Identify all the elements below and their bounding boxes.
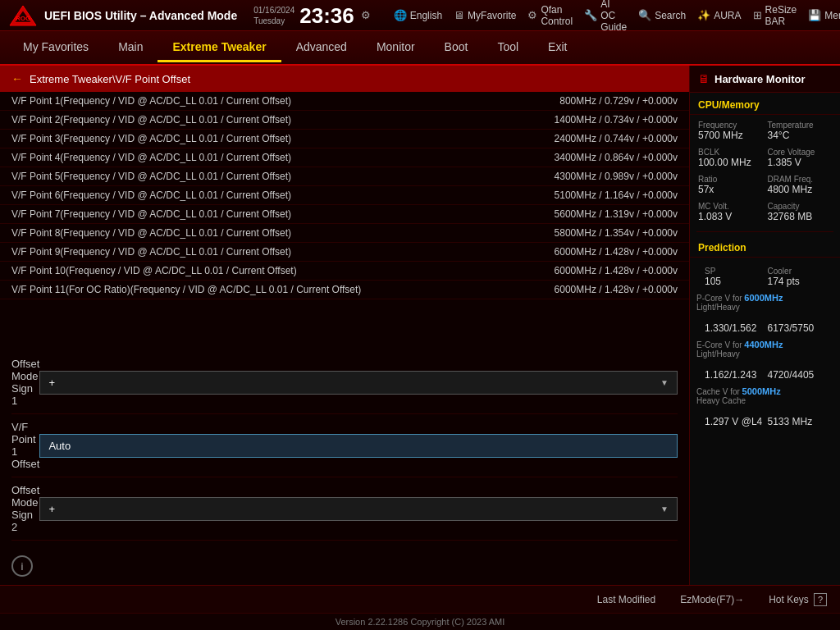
ezmode-item[interactable]: EzMode(F7)→ bbox=[680, 594, 744, 605]
nav-advanced[interactable]: Advanced bbox=[281, 34, 362, 62]
cache-voltage-cell: 1.297 V @L4 bbox=[703, 413, 765, 430]
vf-point-row[interactable]: V/F Point 4(Frequency / VID @ AC/DC_LL 0… bbox=[0, 148, 689, 167]
settings-icon[interactable]: ⚙ bbox=[361, 9, 371, 21]
dropdown-offset-mode-sign-2[interactable]: + ▼ bbox=[39, 497, 678, 521]
nav-tool[interactable]: Tool bbox=[482, 34, 533, 62]
ezmode-label: EzMode(F7)→ bbox=[680, 594, 744, 605]
vf-point-row[interactable]: V/F Point 6(Frequency / VID @ AC/DC_LL 0… bbox=[0, 186, 689, 205]
dropdown-value-offset-mode-sign-2: + bbox=[48, 503, 55, 515]
footer: Last Modified EzMode(F7)→ Hot Keys ? bbox=[0, 585, 840, 613]
hw-cell-value: 32768 MB bbox=[768, 211, 833, 222]
language-label: English bbox=[410, 10, 442, 21]
setting-row-vf-point-1-offset: V/F Point 1 Offset Auto bbox=[11, 414, 678, 477]
vf-point-value: 5600MHz / 1.319v / +0.000v bbox=[555, 208, 678, 220]
header: ROG UEFI BIOS Utility – Advanced Mode 01… bbox=[0, 0, 840, 31]
setting-row-offset-mode-sign-2: Offset Mode Sign 2 + ▼ bbox=[11, 477, 678, 541]
ecore-ratios-cell: 4720/4405 bbox=[766, 367, 828, 383]
hw-cell-label: Frequency bbox=[698, 121, 763, 130]
nav-monitor[interactable]: Monitor bbox=[362, 34, 430, 62]
hw-cell-value: 4800 MHz bbox=[768, 184, 833, 195]
vf-point-value: 5800MHz / 1.354v / +0.000v bbox=[555, 227, 678, 239]
aura-icon: ✨ bbox=[697, 9, 710, 21]
hw-monitor-title: Hardware Monitor bbox=[714, 73, 806, 85]
sp-cooler-grid: SP 105 Cooler 174 pts bbox=[696, 261, 833, 293]
bios-title: UEFI BIOS Utility – Advanced Mode bbox=[44, 9, 237, 22]
vf-point-value: 5100MHz / 1.164v / +0.000v bbox=[555, 189, 678, 201]
qfan-tool[interactable]: ⚙ Qfan Control bbox=[527, 4, 573, 27]
nav-main[interactable]: Main bbox=[103, 34, 158, 62]
vf-point-row[interactable]: V/F Point 9(Frequency / VID @ AC/DC_LL 0… bbox=[0, 243, 689, 262]
vf-point-value: 1400MHz / 0.734v / +0.000v bbox=[555, 114, 678, 126]
version-bar: Version 2.22.1286 Copyright (C) 2023 AMI bbox=[0, 613, 840, 630]
vf-point-row[interactable]: V/F Point 1(Frequency / VID @ AC/DC_LL 0… bbox=[0, 92, 689, 111]
cooler-value: 174 pts bbox=[768, 276, 826, 287]
vf-point-label: V/F Point 11(For OC Ratio)(Frequency / V… bbox=[11, 284, 555, 295]
nav-exit[interactable]: Exit bbox=[533, 34, 582, 62]
nav-boot[interactable]: Boot bbox=[430, 34, 483, 62]
fan-icon: ⚙ bbox=[527, 9, 537, 21]
date-display: 01/16/2024 bbox=[253, 5, 294, 16]
hw-cell-mc-volt.: MC Volt. 1.083 V bbox=[696, 199, 765, 225]
hw-cell-temperature: Temperature 34°C bbox=[766, 118, 834, 144]
vf-point-label: V/F Point 10(Frequency / VID @ AC/DC_LL … bbox=[11, 265, 555, 276]
hw-cell-value: 1.385 V bbox=[768, 157, 833, 168]
search-icon: 🔍 bbox=[638, 9, 651, 21]
hw-cell-frequency: Frequency 5700 MHz bbox=[696, 118, 765, 144]
prediction-title: Prediction bbox=[690, 235, 840, 258]
info-icon[interactable]: i bbox=[11, 555, 33, 577]
search-tool[interactable]: 🔍 Search bbox=[638, 9, 686, 21]
last-modified-item[interactable]: Last Modified bbox=[597, 594, 655, 605]
back-arrow-icon[interactable]: ← bbox=[11, 72, 23, 85]
last-modified-label: Last Modified bbox=[597, 594, 655, 605]
pcore-freq: 6000MHz bbox=[744, 293, 783, 303]
aioc-tool[interactable]: 🔧 AI OC Guide bbox=[584, 0, 627, 33]
text-vf-point-1-offset[interactable]: Auto bbox=[39, 434, 678, 458]
ecore-values-grid: 1.162/1.243 4720/4405 bbox=[696, 363, 833, 386]
dropdown-value-offset-mode-sign-1: + bbox=[48, 377, 55, 389]
vf-point-row[interactable]: V/F Point 11(For OC Ratio)(Frequency / V… bbox=[0, 281, 689, 299]
hw-divider bbox=[696, 231, 833, 232]
dropdown-offset-mode-sign-1[interactable]: + ▼ bbox=[39, 371, 678, 395]
vf-point-value: 800MHz / 0.729v / +0.000v bbox=[559, 95, 678, 107]
hw-monitor-header: 🖥 Hardware Monitor bbox=[690, 66, 840, 93]
hw-cell-label: Ratio bbox=[698, 175, 763, 184]
sp-cell: SP 105 bbox=[703, 264, 765, 290]
hotkeys-label: Hot Keys bbox=[769, 594, 809, 605]
hw-cell-label: BCLK bbox=[698, 148, 763, 157]
text-value-vf-point-1-offset: Auto bbox=[48, 440, 71, 452]
vf-point-row[interactable]: V/F Point 10(Frequency / VID @ AC/DC_LL … bbox=[0, 262, 689, 281]
aura-tool[interactable]: ✨ AURA bbox=[697, 9, 741, 21]
setting-row-offset-mode-sign-1: Offset Mode Sign 1 + ▼ bbox=[11, 351, 678, 414]
vf-point-row[interactable]: V/F Point 8(Frequency / VID @ AC/DC_LL 0… bbox=[0, 224, 689, 243]
vf-point-label: V/F Point 5(Frequency / VID @ AC/DC_LL 0… bbox=[11, 171, 555, 182]
search-label: Search bbox=[655, 10, 686, 21]
nav-extreme-tweaker[interactable]: Extreme Tweaker bbox=[158, 34, 281, 62]
hotkeys-item[interactable]: Hot Keys ? bbox=[769, 593, 827, 606]
chevron-down-icon: ▼ bbox=[660, 378, 669, 387]
resizebar-tool[interactable]: ⊞ ReSize BAR bbox=[753, 4, 797, 27]
language-tool[interactable]: 🌐 English bbox=[394, 9, 442, 21]
cache-values-grid: 1.297 V @L4 5133 MHz bbox=[696, 410, 833, 433]
prediction-section: SP 105 Cooler 174 pts P-Core V for 6000M… bbox=[690, 258, 840, 436]
ecore-light-label: Light/Heavy bbox=[696, 349, 833, 358]
memtest-tool[interactable]: 💾 MemTest86 bbox=[808, 9, 840, 21]
hw-cell-value: 34°C bbox=[768, 130, 833, 141]
vf-table: V/F Point 1(Frequency / VID @ AC/DC_LL 0… bbox=[0, 92, 689, 345]
pcore-row: P-Core V for 6000MHz Light/Heavy bbox=[696, 293, 833, 312]
navbar: My Favorites Main Extreme Tweaker Advanc… bbox=[0, 31, 840, 66]
setting-label-offset-mode-sign-2: Offset Mode Sign 2 bbox=[11, 484, 39, 533]
myfavorite-tool[interactable]: 🖥 MyFavorite bbox=[454, 9, 516, 21]
resize-icon: ⊞ bbox=[753, 9, 762, 21]
vf-point-row[interactable]: V/F Point 3(Frequency / VID @ AC/DC_LL 0… bbox=[0, 130, 689, 148]
nav-my-favorites[interactable]: My Favorites bbox=[8, 34, 103, 62]
hw-cell-label: Capacity bbox=[768, 202, 833, 211]
hw-cell-value: 1.083 V bbox=[698, 211, 763, 222]
vf-point-row[interactable]: V/F Point 7(Frequency / VID @ AC/DC_LL 0… bbox=[0, 205, 689, 224]
vf-point-row[interactable]: V/F Point 2(Frequency / VID @ AC/DC_LL 0… bbox=[0, 111, 689, 130]
vf-point-row[interactable]: V/F Point 5(Frequency / VID @ AC/DC_LL 0… bbox=[0, 167, 689, 186]
header-tools: 🌐 English 🖥 MyFavorite ⚙ Qfan Control 🔧 … bbox=[394, 0, 840, 33]
question-icon[interactable]: ? bbox=[814, 593, 827, 606]
logo-area: ROG UEFI BIOS Utility – Advanced Mode bbox=[8, 4, 237, 27]
sp-label: SP bbox=[705, 267, 763, 276]
myfavorite-label: MyFavorite bbox=[468, 10, 516, 21]
